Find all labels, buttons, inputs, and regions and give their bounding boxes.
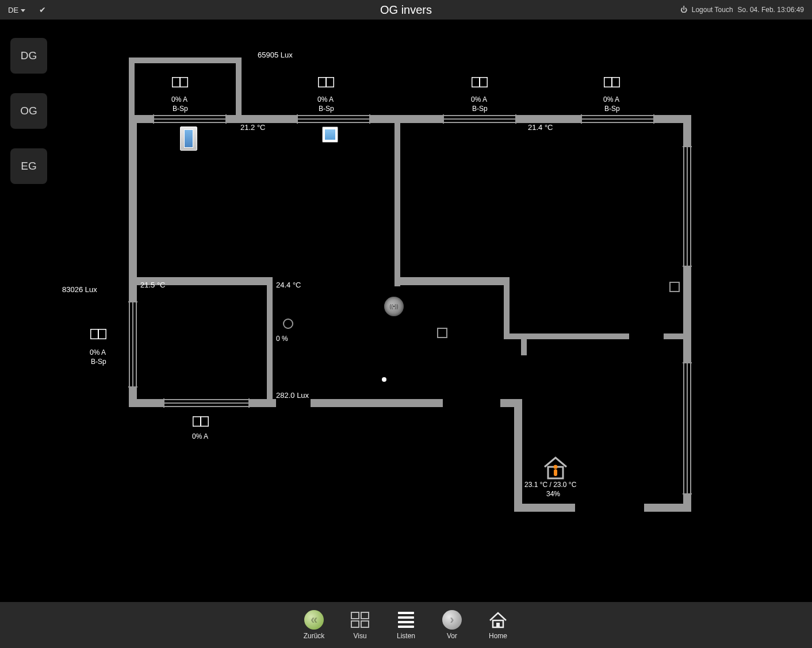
- list-icon: [396, 610, 416, 630]
- lux-outdoor-left: 83026 Lux: [62, 285, 97, 294]
- chevron-left-icon: «: [304, 610, 324, 630]
- blind-mode: B-Sp: [319, 105, 334, 113]
- wall: [129, 57, 242, 63]
- presence-sensor-icon[interactable]: ((•)): [384, 297, 404, 316]
- blind-percent: 0% A: [90, 348, 106, 356]
- door-opening: [575, 504, 644, 512]
- datetime-label: So. 04. Feb. 13:06:49: [738, 6, 804, 14]
- window-segment: [297, 116, 370, 122]
- blind-percent: 0% A: [603, 95, 619, 103]
- blind-percent: 0% A: [317, 95, 334, 103]
- occupancy-house-icon[interactable]: [542, 454, 569, 481]
- wall: [394, 115, 400, 286]
- nav-visu-button[interactable]: Visu: [337, 610, 383, 640]
- door-opening: [629, 333, 664, 339]
- door-opening: [276, 399, 311, 407]
- wall: [267, 277, 273, 401]
- nav-label: Visu: [353, 632, 366, 640]
- window-segment: [443, 116, 516, 122]
- svg-point-13: [554, 465, 558, 469]
- window-segment: [684, 146, 690, 267]
- home-icon: [488, 610, 508, 630]
- temp-top-right: 21.4 °C: [528, 123, 553, 132]
- light-switch-icon[interactable]: [669, 282, 680, 292]
- lux-hall: 282.0 Lux: [276, 391, 309, 400]
- dimmer-percent: 0 %: [276, 335, 288, 343]
- wall: [514, 399, 522, 512]
- footer-nav: « Zurück Visu Listen › Vor Home: [0, 602, 812, 648]
- nav-forward-button[interactable]: › Vor: [429, 610, 475, 640]
- point-icon: [382, 377, 386, 382]
- light-switch-icon[interactable]: [437, 328, 447, 338]
- window-segment: [153, 116, 227, 122]
- logout-link[interactable]: Logout Touch: [692, 6, 733, 14]
- nav-listen-button[interactable]: Listen: [383, 610, 429, 640]
- window-icon[interactable]: [90, 329, 106, 339]
- power-icon[interactable]: ⏻: [680, 6, 687, 14]
- page-title: OG invers: [380, 3, 432, 17]
- temp-mid-center: 24.4 °C: [276, 281, 301, 289]
- chevron-right-icon: ›: [442, 610, 462, 630]
- wall: [504, 277, 510, 339]
- blind-mode: B-Sp: [472, 105, 488, 113]
- blind-percent: 0% A: [171, 95, 187, 103]
- window-icon[interactable]: [472, 77, 488, 87]
- nav-home-button[interactable]: Home: [475, 610, 521, 640]
- window-icon[interactable]: [172, 77, 188, 87]
- door-icon[interactable]: [180, 126, 197, 151]
- nav-back-button[interactable]: « Zurück: [291, 610, 337, 640]
- lux-outdoor-top: 65905 Lux: [258, 51, 293, 59]
- nav-label: Vor: [447, 632, 457, 640]
- window-segment: [581, 116, 654, 122]
- window-icon[interactable]: [193, 416, 209, 427]
- floor-button-dg[interactable]: DG: [10, 38, 47, 74]
- svg-rect-16: [496, 623, 500, 627]
- wall: [129, 57, 135, 121]
- blind-percent: 0% A: [192, 432, 208, 440]
- window-open-icon[interactable]: [322, 126, 338, 143]
- temp-mid-left: 21.5 °C: [140, 281, 166, 289]
- blind-mode: B-Sp: [604, 105, 620, 113]
- dimmer-icon[interactable]: [283, 319, 293, 329]
- blind-mode: B-Sp: [91, 358, 106, 366]
- wall: [521, 333, 527, 355]
- confirm-icon[interactable]: ✔: [39, 5, 46, 14]
- window-icon[interactable]: [604, 77, 620, 87]
- language-selector[interactable]: DE: [0, 6, 29, 14]
- wall: [236, 57, 242, 121]
- door-opening: [443, 399, 500, 407]
- floorplan-stage: DG OG EG: [0, 20, 812, 602]
- blind-mode: B-Sp: [173, 105, 188, 113]
- nav-label: Home: [489, 632, 507, 640]
- window-icon[interactable]: [318, 77, 334, 87]
- wall: [394, 277, 510, 285]
- floor-button-og[interactable]: OG: [10, 93, 47, 129]
- window-segment: [163, 400, 250, 406]
- floor-button-eg[interactable]: EG: [10, 148, 47, 184]
- svg-rect-14: [554, 469, 557, 476]
- floorplan-icon: [350, 610, 370, 630]
- house-temperature: 23.1 °C / 23.0 °C: [524, 481, 576, 489]
- header-bar: DE ✔ OG invers ⏻ Logout Touch So. 04. Fe…: [0, 0, 812, 20]
- temp-top-left: 21.2 °C: [240, 123, 266, 132]
- nav-label: Zurück: [304, 632, 325, 640]
- window-segment: [684, 362, 690, 494]
- blind-percent: 0% A: [471, 95, 487, 103]
- house-humidity: 34%: [546, 490, 560, 498]
- nav-label: Listen: [397, 632, 415, 640]
- window-segment: [130, 301, 136, 388]
